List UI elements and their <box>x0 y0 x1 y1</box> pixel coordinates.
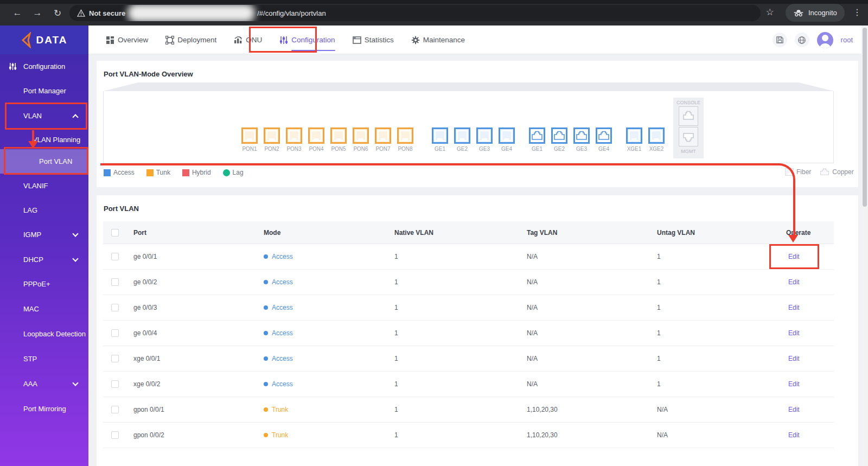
scrollbar-thumb[interactable] <box>863 28 867 207</box>
language-button[interactable] <box>795 33 809 47</box>
browser-back-button[interactable]: ← <box>10 5 25 21</box>
copper-legend-label: Copper <box>832 168 853 176</box>
cell-operate: Edit <box>786 355 834 362</box>
nav-item-deployment[interactable]: Deployment <box>165 25 216 54</box>
row-checkbox[interactable] <box>111 380 119 388</box>
edit-link[interactable]: Edit <box>786 380 800 388</box>
edit-link[interactable]: Edit <box>786 431 800 439</box>
port-socket-fiber <box>499 127 515 144</box>
port-pon3[interactable]: PON3 <box>286 127 302 152</box>
sidebar-item-loopback-detection[interactable]: Loopback Detection <box>0 322 88 346</box>
sidebar-item-label: STP <box>23 355 37 363</box>
nav-item-configuration[interactable]: Configuration <box>279 25 335 54</box>
sidebar-item-label: VLAN Planning <box>33 136 80 144</box>
port-pon5[interactable]: PON5 <box>330 127 347 152</box>
cell-native-vlan: 1 <box>394 253 527 260</box>
cell-untag-vlan: 1 <box>657 355 786 362</box>
sidebar-item-label: Configuration <box>23 62 65 71</box>
table-row: ge 0/0/4Access1N/A1Edit <box>103 321 834 346</box>
mode-label: Access <box>272 253 293 260</box>
cell-native-vlan: 1 <box>394 278 527 286</box>
edit-link[interactable]: Edit <box>786 355 800 362</box>
edit-link[interactable]: Edit <box>786 304 800 311</box>
row-checkbox[interactable] <box>111 355 119 362</box>
row-checkbox[interactable] <box>111 278 119 286</box>
sidebar-item-lag[interactable]: LAG <box>0 198 88 222</box>
sidebar-item-pppoe-[interactable]: PPPoE+ <box>0 272 88 296</box>
user-avatar[interactable] <box>817 32 833 48</box>
copper-port-icon <box>820 168 829 176</box>
port-ge1[interactable]: GE1 <box>529 127 545 152</box>
rj45-down-icon <box>681 130 695 144</box>
browser-forward-button[interactable]: → <box>30 5 45 21</box>
bookmark-star-icon[interactable]: ☆ <box>763 5 777 20</box>
address-bar[interactable]: Not secure /#/config/vlan/portvlan <box>69 5 761 21</box>
row-checkbox[interactable] <box>111 253 119 260</box>
chevron-up-icon <box>72 114 78 120</box>
sidebar-item-label: DHCP <box>23 256 43 264</box>
nav-item-maintenance[interactable]: Maintenance <box>411 25 465 54</box>
port-pon2[interactable]: PON2 <box>264 127 280 152</box>
sidebar-item-configuration[interactable]: Configuration <box>0 54 88 79</box>
cell-untag-vlan: 1 <box>657 278 786 286</box>
port-ge2[interactable]: GE2 <box>454 127 470 152</box>
cell-operate: Edit <box>786 253 834 260</box>
port-ge1[interactable]: GE1 <box>432 127 448 152</box>
sidebar-item-mac[interactable]: MAC <box>0 297 88 321</box>
port-label: PON4 <box>308 146 324 152</box>
save-config-button[interactable] <box>773 33 787 47</box>
port-socket-fiber <box>454 127 470 144</box>
port-xge2[interactable]: XGE2 <box>648 127 665 152</box>
select-all-checkbox[interactable] <box>111 229 119 237</box>
edit-link[interactable]: Edit <box>786 329 800 337</box>
browser-reload-button[interactable]: ↻ <box>50 5 65 21</box>
sidebar-item-vlan[interactable]: VLAN <box>0 104 88 128</box>
port-pon1[interactable]: PON1 <box>241 127 258 152</box>
sidebar-item-stp[interactable]: STP <box>0 347 88 371</box>
overview-card-title: Port VLAN-Mode Overview <box>104 70 193 78</box>
sidebar-item-vlanif[interactable]: VLANIF <box>0 174 88 198</box>
sidebar-item-label: AAA <box>23 380 37 388</box>
sidebar-item-igmp[interactable]: IGMP <box>0 222 88 247</box>
nav-item-statistics[interactable]: Statistics <box>353 25 394 54</box>
nav-item-label: ONU <box>246 36 262 44</box>
port-ge4[interactable]: GE4 <box>499 127 515 152</box>
row-checkbox[interactable] <box>111 304 119 311</box>
cell-operate: Edit <box>786 406 834 413</box>
nav-item-onu[interactable]: ONU <box>234 25 262 54</box>
row-checkbox[interactable] <box>111 431 119 439</box>
port-pon7[interactable]: PON7 <box>375 127 391 152</box>
mode-label: Access <box>272 380 293 388</box>
sidebar-item-aaa[interactable]: AAA <box>0 372 88 396</box>
page-scrollbar[interactable] <box>861 25 868 466</box>
incognito-icon <box>793 9 804 17</box>
browser-menu-icon[interactable]: ⋮ <box>851 5 864 20</box>
port-xge1[interactable]: XGE1 <box>626 127 642 152</box>
nav-item-label: Maintenance <box>423 36 465 44</box>
port-ge4[interactable]: GE4 <box>596 127 612 152</box>
mode-label: Trunk <box>272 406 288 413</box>
port-socket-fiber <box>397 127 413 144</box>
port-ge3[interactable]: GE3 <box>573 127 590 152</box>
port-pon6[interactable]: PON6 <box>353 127 369 152</box>
row-checkbox[interactable] <box>111 406 119 413</box>
column-header-untag-vlan: Untag VLAN <box>657 229 786 237</box>
cell-operate: Edit <box>786 329 834 337</box>
port-pon4[interactable]: PON4 <box>308 127 324 152</box>
port-type-legend: Fiber Copper <box>785 168 854 176</box>
sidebar-item-port-mirroring[interactable]: Port Mirroring <box>0 397 88 421</box>
port-socket-copper <box>551 127 567 144</box>
username-label[interactable]: root <box>841 36 853 44</box>
sidebar-item-port-vlan[interactable]: Port VLAN <box>0 149 88 174</box>
sidebar-item-dhcp[interactable]: DHCP <box>0 247 88 272</box>
port-pon8[interactable]: PON8 <box>397 127 413 152</box>
sidebar-item-vlan-planning[interactable]: VLAN Planning <box>0 127 88 152</box>
row-checkbox[interactable] <box>111 329 119 337</box>
port-ge3[interactable]: GE3 <box>476 127 493 152</box>
edit-link[interactable]: Edit <box>786 406 800 413</box>
edit-link[interactable]: Edit <box>786 253 800 260</box>
sidebar-item-port-manager[interactable]: Port Manager <box>0 79 88 103</box>
nav-item-overview[interactable]: Overview <box>106 25 148 54</box>
port-ge2[interactable]: GE2 <box>551 127 567 152</box>
edit-link[interactable]: Edit <box>786 278 800 286</box>
